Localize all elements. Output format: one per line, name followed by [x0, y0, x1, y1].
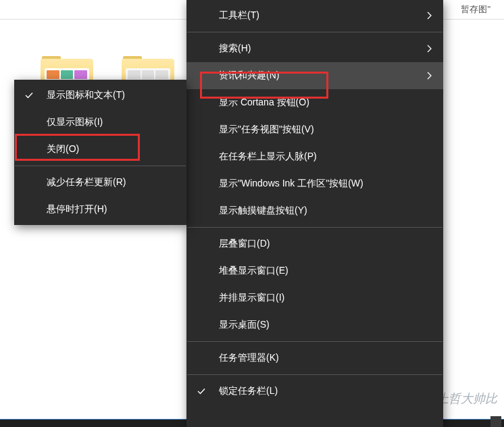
- chevron-right-icon: [426, 71, 432, 80]
- menuitem-people[interactable]: 在任务栏上显示人脉(P): [186, 143, 443, 170]
- menuitem-lock-taskbar[interactable]: 锁定任务栏(L): [186, 378, 443, 405]
- top-caption: 暂存图": [461, 3, 504, 16]
- menuitem-windows-ink[interactable]: 显示"Windows Ink 工作区"按钮(W): [186, 170, 443, 197]
- menuitem-open-on-hover[interactable]: 悬停时打开(H): [14, 196, 186, 223]
- menuitem-show-icon-text[interactable]: 显示图标和文本(T): [14, 82, 186, 109]
- menu-separator: [187, 227, 443, 228]
- menuitem-label: 仅显示图标(I): [47, 116, 103, 128]
- menuitem-taskview-button[interactable]: 显示"任务视图"按钮(V): [186, 116, 443, 143]
- menuitem-label: 堆叠显示窗口(E): [219, 265, 288, 277]
- menuitem-reduce-updates[interactable]: 减少任务栏更新(R): [14, 169, 186, 196]
- menuitem-label: 搜索(H): [219, 43, 251, 55]
- check-icon: [196, 386, 207, 397]
- menuitem-label: 工具栏(T): [219, 9, 259, 22]
- menuitem-icon-only[interactable]: 仅显示图标(I): [14, 109, 186, 136]
- menuitem-show-desktop[interactable]: 显示桌面(S): [186, 311, 443, 338]
- menuitem-label: 任务管理器(K): [219, 352, 279, 364]
- menuitem-search[interactable]: 搜索(H): [186, 35, 443, 62]
- menuitem-cascade-windows[interactable]: 层叠窗口(D): [186, 230, 443, 257]
- menuitem-label: 在任务栏上显示人脉(P): [219, 151, 317, 163]
- menuitem-side-by-side[interactable]: 并排显示窗口(I): [186, 284, 443, 311]
- menuitem-task-manager[interactable]: 任务管理器(K): [186, 345, 443, 372]
- menuitem-label: 显示 Cortana 按钮(O): [219, 97, 309, 109]
- menuitem-label: 显示触摸键盘按钮(Y): [219, 205, 307, 217]
- menu-separator: [187, 32, 443, 32]
- menuitem-cortana-button[interactable]: 显示 Cortana 按钮(O): [186, 89, 443, 116]
- menuitem-stack-windows[interactable]: 堆叠显示窗口(E): [186, 257, 443, 284]
- menu-separator: [187, 374, 443, 375]
- menuitem-label: 显示"任务视图"按钮(V): [219, 124, 314, 136]
- chevron-right-icon: [426, 11, 432, 20]
- menuitem-close[interactable]: 关闭(O): [14, 136, 186, 163]
- menuitem-news-interests[interactable]: 资讯和兴趣(N): [186, 62, 443, 89]
- menuitem-label: 显示桌面(S): [219, 319, 270, 331]
- menuitem-label: 悬停时打开(H): [47, 203, 107, 216]
- menuitem-touch-keyboard[interactable]: 显示触摸键盘按钮(Y): [186, 197, 443, 224]
- menu-separator: [15, 166, 186, 166]
- menu-separator: [187, 341, 443, 342]
- check-icon: [24, 90, 34, 101]
- taskbar-context-menu: 工具栏(T) 搜索(H) 资讯和兴趣(N) 显示 Cortana 按钮(O) 显…: [186, 0, 443, 427]
- menuitem-toolbars[interactable]: 工具栏(T): [186, 2, 443, 29]
- submenu-news-interests: 显示图标和文本(T) 仅显示图标(I) 关闭(O) 减少任务栏更新(R) 悬停时…: [14, 80, 186, 225]
- menuitem-label: 资讯和兴趣(N): [219, 70, 279, 82]
- menuitem-label: 并排显示窗口(I): [219, 292, 284, 304]
- chevron-right-icon: [426, 44, 432, 53]
- menuitem-label: 锁定任务栏(L): [219, 385, 278, 397]
- menuitem-label: 减少任务栏更新(R): [47, 176, 126, 189]
- menuitem-label: 层叠窗口(D): [219, 238, 270, 250]
- menuitem-label: 显示"Windows Ink 工作区"按钮(W): [219, 178, 363, 190]
- menuitem-label: 显示图标和文本(T): [47, 89, 125, 101]
- menuitem-label: 关闭(O): [47, 143, 79, 155]
